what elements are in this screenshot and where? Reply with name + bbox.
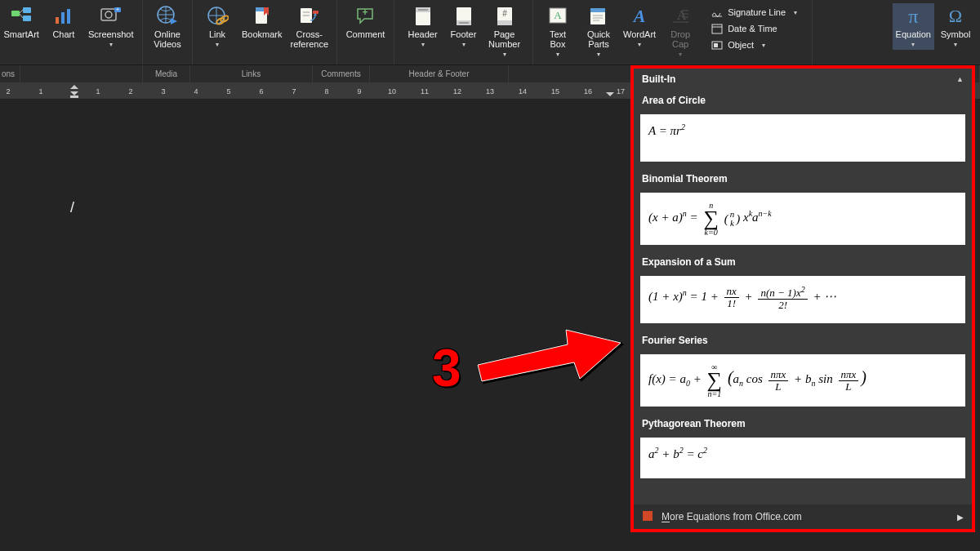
ruler-indent-marker[interactable]	[70, 85, 82, 98]
svg-rect-48	[712, 24, 722, 33]
smartart-label: SmartArt	[3, 29, 38, 39]
svg-marker-52	[70, 85, 78, 89]
datetime-label: Date & Time	[728, 24, 777, 33]
chevron-down-icon: ▾	[794, 9, 797, 16]
bookmark-button[interactable]: Bookmark	[238, 3, 286, 41]
wordart-button[interactable]: A WordArt ▾	[620, 3, 659, 50]
chevron-down-icon: ▾	[421, 41, 425, 48]
quickparts-label: Quick Parts	[587, 29, 610, 49]
chevron-down-icon: ▾	[462, 41, 466, 48]
equation-gallery-title: Built-In	[642, 73, 675, 85]
equation-item-title: Fourier Series	[634, 330, 972, 351]
smartart-button[interactable]: SmartArt	[0, 3, 42, 41]
group-illustrations: SmartArt Chart + Screenshot ▾	[0, 0, 143, 64]
equation-item-pythagorean[interactable]: a2 + b2 = c2	[640, 438, 965, 478]
equation-gallery-panel: Built-In ▲ Area of Circle A = πr2 Binomi…	[634, 69, 972, 529]
link-label: Link	[209, 29, 225, 39]
chevron-down-icon: ▾	[503, 51, 506, 58]
callout-arrow	[470, 320, 633, 402]
dropcap-label: Drop Cap	[670, 29, 690, 49]
equation-label: Equation	[896, 29, 931, 39]
text-box-button[interactable]: A Text Box ▾	[538, 3, 577, 60]
equation-gallery-header: Built-In ▲	[634, 69, 972, 90]
ribbon: SmartArt Chart + Screenshot ▾	[0, 0, 980, 65]
footer-button[interactable]: Footer ▾	[444, 3, 483, 50]
page-number-button[interactable]: # Page Number ▾	[485, 3, 524, 60]
group-label-headerfooter: Header & Footer	[370, 65, 509, 82]
chevron-right-icon: ▶	[957, 513, 964, 522]
online-videos-label: Online Videos	[154, 29, 180, 49]
dropcap-icon: A	[669, 5, 692, 28]
header-label: Header	[408, 29, 437, 39]
textbox-label: Text Box	[550, 29, 566, 49]
svg-line-3	[20, 10, 23, 13]
svg-rect-22	[313, 11, 318, 14]
equation-item-title: Area of Circle	[634, 90, 972, 111]
equation-item-expansion[interactable]: (1 + x)n = 1 + nx1! + n(n − 1)x22! + ⋯	[640, 276, 965, 323]
svg-marker-57	[478, 330, 621, 381]
quick-parts-button[interactable]: Quick Parts ▾	[579, 3, 618, 60]
symbol-button[interactable]: Ω Symbol ▾	[936, 3, 975, 50]
header-icon	[412, 5, 434, 28]
svg-text:+: +	[362, 7, 368, 18]
svg-rect-1	[23, 7, 31, 13]
object[interactable]: Object ▾	[708, 38, 800, 52]
link-button[interactable]: Link ▾	[198, 3, 237, 50]
footer-icon	[452, 5, 475, 28]
svg-marker-55	[606, 92, 614, 96]
object-label: Object	[728, 40, 754, 50]
equation-item-area-circle[interactable]: A = πr2	[640, 114, 965, 162]
svg-rect-0	[11, 11, 20, 16]
group-label-links: Links	[190, 65, 313, 82]
svg-text:A: A	[554, 9, 562, 21]
globe-video-icon	[156, 5, 179, 28]
ruler-right-indent-marker[interactable]	[606, 90, 616, 98]
comment-label: Comment	[346, 29, 385, 39]
bookmark-label: Bookmark	[242, 29, 283, 39]
signature-icon	[711, 7, 723, 18]
cross-reference-button[interactable]: Cross- reference	[287, 3, 332, 51]
signature-label: Signature Line	[728, 7, 786, 17]
crossref-label: Cross- reference	[291, 29, 328, 49]
screenshot-label: Screenshot	[88, 29, 134, 39]
date-time[interactable]: Date & Time	[708, 21, 800, 36]
scroll-up-icon[interactable]: ▲	[956, 75, 964, 83]
link-icon	[206, 5, 229, 28]
equation-gallery-footer[interactable]: More Equations from Office.com ▶	[634, 504, 972, 529]
svg-text:+: +	[116, 7, 119, 12]
equation-button[interactable]: π Equation ▾	[893, 3, 934, 50]
text-mini-group: Signature Line ▾ Date & Time Object ▾	[702, 3, 807, 54]
svg-rect-54	[70, 96, 78, 98]
callout-step-number: 3	[432, 338, 461, 398]
equation-item-fourier[interactable]: f(x) = a0 + ∞∑n=1 (an cos nπxL + bn sin …	[640, 354, 965, 407]
group-label-media: Media	[143, 65, 190, 82]
screenshot-button[interactable]: + Screenshot ▾	[85, 3, 137, 50]
more-equations-link[interactable]: More Equations from Office.com	[662, 511, 802, 522]
online-videos-button[interactable]: Online Videos	[148, 3, 187, 51]
drop-cap-button[interactable]: A Drop Cap ▾	[661, 3, 700, 60]
datetime-icon	[711, 23, 723, 34]
object-icon	[711, 39, 723, 51]
equation-item-title: Pythagorean Theorem	[634, 413, 972, 434]
svg-point-9	[105, 11, 112, 18]
svg-rect-58	[643, 511, 653, 521]
text-cursor: /	[70, 199, 74, 216]
svg-rect-6	[61, 12, 65, 24]
header-button[interactable]: Header ▾	[403, 3, 443, 50]
group-header-footer: Header ▾ Footer ▾ # Page Number ▾	[394, 0, 533, 64]
signature-line[interactable]: Signature Line ▾	[708, 5, 800, 20]
chevron-down-icon: ▾	[954, 41, 957, 48]
comment-button[interactable]: + Comment	[343, 3, 389, 41]
comment-icon: +	[354, 5, 377, 28]
chart-button[interactable]: Chart	[44, 3, 83, 41]
equation-icon: π	[902, 5, 924, 28]
symbol-icon: Ω	[944, 5, 967, 28]
chevron-down-icon: ▾	[597, 51, 600, 58]
equation-item-binomial[interactable]: (x + a)n = n∑k=0 (nk) xkan−k	[640, 193, 965, 245]
chart-label: Chart	[52, 29, 74, 39]
quickparts-icon	[587, 5, 610, 28]
pagenum-icon: #	[493, 5, 516, 28]
equation-item-title: Expansion of a Sum	[634, 251, 972, 273]
group-media: Online Videos	[143, 0, 193, 64]
group-comments: + Comment	[337, 0, 394, 64]
